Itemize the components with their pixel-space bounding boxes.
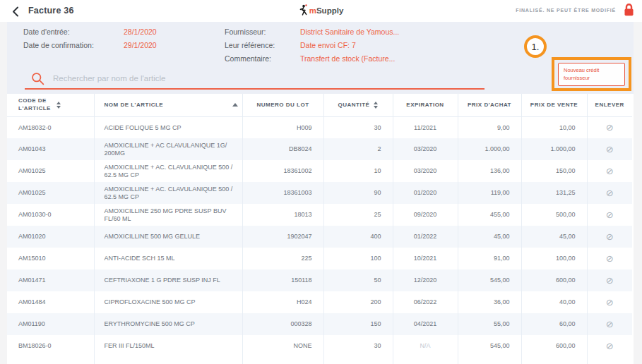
cell-enlever: ⊘	[587, 138, 632, 160]
col-header-expiration[interactable]: EXPIRATION	[393, 94, 458, 116]
col-header-label: EXPIRATION	[406, 102, 444, 108]
remove-icon[interactable]: ⊘	[606, 210, 614, 220]
table-row[interactable]: AM18032-0ACIDE FOLIQUE 5 MG CPH0093011/2…	[7, 116, 632, 138]
table-row[interactable]: AM01020AMOXICILLINE 500 MG GELULE1902047…	[7, 226, 632, 248]
cell-code: AM01025	[7, 160, 94, 182]
table-row[interactable]: AM01471CEFTRIAXONE 1 G PDRE SUSP INJ FL1…	[7, 269, 632, 291]
table-row[interactable]: AM01043AMOXICILLINE + AC CLAVULANIQUE 1G…	[7, 138, 632, 160]
cell-code: AM01190	[7, 313, 94, 335]
cell-sell-price: 131,25	[521, 182, 587, 204]
col-header-prix-achat[interactable]: PRIX D'ACHAT	[458, 94, 521, 116]
cell-exp: 04/2021	[393, 313, 458, 335]
table-row[interactable]: AM01025AMOXICILLINE + AC. CLAVULANIQUE 5…	[7, 182, 632, 204]
cell-enlever: ⊘	[587, 226, 632, 248]
cell-name: FER III FL/150ML	[94, 335, 242, 357]
cell-code: AM01484	[7, 291, 94, 313]
finalised-status-text: FINALISÉ. NE PEUT ÊTRE MODIFIÉ	[516, 8, 616, 13]
back-button[interactable]	[8, 4, 23, 18]
remove-icon[interactable]: ⊘	[606, 297, 614, 308]
field-value: Date envoi CF: 7	[300, 41, 356, 49]
col-header-nom[interactable]: NOM DE L'ARTICLE	[94, 94, 242, 116]
remove-icon[interactable]: ⊘	[606, 122, 614, 133]
table-header-row: CODE DE L'ARTICLE NOM DE L'ARTICLE NUMER…	[7, 94, 632, 116]
cell-lot: 1902047	[242, 226, 323, 248]
cell-lot: 18013	[242, 204, 323, 226]
col-header-label: PRIX DE VENTE	[530, 102, 578, 108]
cell-buy-price: 119,00	[458, 182, 521, 204]
cell-exp: 03/2020	[393, 138, 458, 160]
empty-cell	[587, 357, 632, 364]
empty-cell	[94, 357, 242, 364]
cell-lot: 225	[242, 248, 323, 269]
cell-qty: 150	[323, 313, 393, 335]
sort-asc-icon	[232, 103, 238, 107]
cell-qty: 50	[323, 269, 393, 291]
cell-qty: 30	[323, 335, 393, 357]
col-header-code[interactable]: CODE DE L'ARTICLE	[7, 94, 94, 116]
field-label: Date d'entrée:	[23, 28, 70, 36]
cell-name: CEFTRIAXONE 1 G PDRE SUSP INJ FL	[94, 269, 242, 291]
cell-buy-price: 55,00	[458, 313, 521, 335]
cell-buy-price: 36,00	[458, 291, 521, 313]
cell-exp: 01/2022	[393, 226, 458, 248]
cell-lot: 18361003	[242, 182, 323, 204]
cell-sell-price: 150,00	[521, 160, 587, 182]
table-row-partial	[7, 357, 632, 364]
invoice-lines-table: CODE DE L'ARTICLE NOM DE L'ARTICLE NUMER…	[7, 94, 634, 364]
table-row[interactable]: AM01190ERYTHROMYCINE 500 MG CP0003281500…	[7, 313, 632, 335]
cell-lot: DB8024	[242, 138, 323, 160]
cell-sell-price: 100,00	[521, 248, 587, 269]
cell-code: AM18032-0	[7, 116, 94, 138]
remove-icon[interactable]: ⊘	[606, 319, 614, 329]
remove-icon[interactable]: ⊘	[606, 144, 614, 154]
new-supplier-credit-button[interactable]: Nouveau crédit fournisseur	[558, 63, 625, 86]
status-area: FINALISÉ. NE PEUT ÊTRE MODIFIÉ	[516, 3, 635, 17]
cell-name: AMOXICILLINE + AC. CLAVULANIQUE 500 / 62…	[94, 182, 242, 204]
remove-icon[interactable]: ⊘	[606, 231, 614, 242]
search-bar	[25, 68, 485, 90]
col-header-quantite[interactable]: QUANTITÉ	[323, 94, 393, 116]
cell-enlever: ⊘	[587, 269, 632, 291]
cell-lot: NONE	[242, 335, 323, 357]
table-row[interactable]: AM15010ANTI-ACIDE SCH 15 ML22510010/2021…	[7, 248, 632, 269]
col-header-lot[interactable]: NUMERO DU LOT	[242, 94, 323, 116]
cell-sell-price: 40,00	[521, 291, 587, 313]
search-underline	[25, 88, 485, 90]
col-header-label: PRIX D'ACHAT	[468, 102, 511, 108]
cell-sell-price: 60,00	[521, 313, 587, 335]
search-input[interactable]	[53, 70, 470, 87]
remove-icon[interactable]: ⊘	[606, 275, 614, 286]
field-label: Commentaire:	[225, 54, 271, 63]
table-row[interactable]: AM01484CIPROFLOXACINE 500 MG CPH02420006…	[7, 291, 632, 313]
cell-exp: 09/2020	[393, 204, 458, 226]
cell-sell-price: 600,00	[521, 335, 587, 357]
cell-code: AM01020	[7, 226, 94, 248]
remove-icon[interactable]: ⊘	[606, 341, 614, 351]
running-man-icon	[299, 4, 308, 16]
col-header-prix-vente[interactable]: PRIX DE VENTE	[521, 94, 587, 116]
remove-icon[interactable]: ⊘	[606, 188, 614, 198]
cell-lot: H009	[242, 116, 323, 138]
cell-name: AMOXICILLINE + AC CLAVULANIQUE 1G/ 200MG	[94, 138, 242, 160]
cell-code: AM01471	[7, 269, 94, 291]
cell-qty: 30	[323, 116, 393, 138]
cell-enlever: ⊘	[587, 182, 632, 204]
empty-cell	[393, 357, 458, 364]
table-row[interactable]: BM18026-0FER III FL/150MLNONE30N/A545,00…	[7, 335, 632, 357]
cell-exp: 01/2020	[393, 182, 458, 204]
remove-icon[interactable]: ⊘	[606, 166, 614, 176]
remove-icon[interactable]: ⊘	[606, 253, 614, 264]
cell-sell-price: 1.000,00	[521, 138, 587, 160]
cell-code: AM01043	[7, 138, 94, 160]
cell-qty: 90	[323, 182, 393, 204]
cell-lot: 150118	[242, 269, 323, 291]
field-fournisseur: Fournisseur: District Sanitaire de Yamou…	[225, 28, 266, 36]
table-row[interactable]: AM01030-0AMOXICILLINE 250 MG PDRE SUSP B…	[7, 204, 632, 226]
back-chevron-icon	[12, 6, 19, 17]
annotation-step-badge: 1.	[524, 35, 547, 58]
table-row[interactable]: AM01025AMOXICILLINE + AC. CLAVULANIQUE 5…	[7, 160, 632, 182]
col-header-label: NUMERO DU LOT	[256, 102, 309, 108]
col-header-label: QUANTITÉ	[338, 102, 370, 108]
search-icon	[30, 71, 45, 86]
cell-lot: H024	[242, 291, 323, 313]
